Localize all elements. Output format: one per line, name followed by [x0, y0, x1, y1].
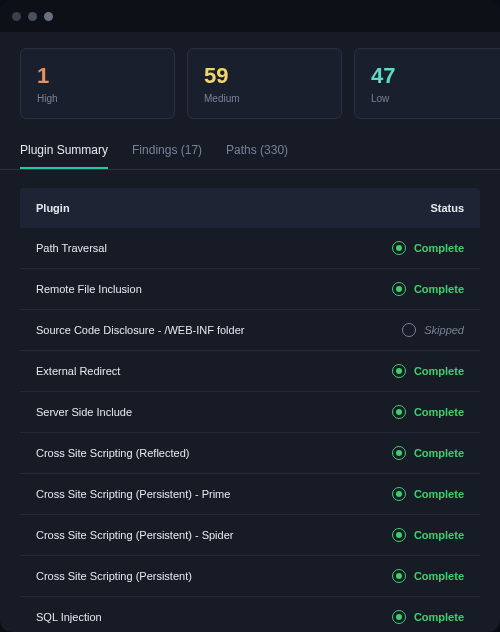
status-label-complete: Complete — [414, 365, 464, 377]
table-row[interactable]: Cross Site Scripting (Persistent)Complet… — [20, 556, 480, 597]
summary-count: 47 — [371, 63, 492, 89]
status-complete-icon — [392, 282, 406, 296]
column-header-status: Status — [430, 202, 464, 214]
status-label-complete: Complete — [414, 447, 464, 459]
status-cell: Complete — [392, 487, 464, 501]
plugin-name: SQL Injection — [36, 611, 102, 623]
status-label-complete: Complete — [414, 406, 464, 418]
table-row[interactable]: Cross Site Scripting (Persistent) - Spid… — [20, 515, 480, 556]
summary-label: High — [37, 93, 158, 104]
status-label-complete: Complete — [414, 529, 464, 541]
status-cell: Skipped — [402, 323, 464, 337]
column-header-plugin: Plugin — [36, 202, 70, 214]
table-row[interactable]: Remote File InclusionComplete — [20, 269, 480, 310]
status-label-complete: Complete — [414, 611, 464, 623]
table-row[interactable]: SQL InjectionComplete — [20, 597, 480, 632]
status-label-complete: Complete — [414, 488, 464, 500]
status-cell: Complete — [392, 528, 464, 542]
plugin-name: Server Side Include — [36, 406, 132, 418]
tab-findings[interactable]: Findings (17) — [132, 143, 202, 169]
status-cell: Complete — [392, 364, 464, 378]
status-complete-icon — [392, 487, 406, 501]
status-cell: Complete — [392, 569, 464, 583]
table-row[interactable]: Cross Site Scripting (Reflected)Complete — [20, 433, 480, 474]
table-header-row: Plugin Status — [20, 188, 480, 228]
status-skipped-icon — [402, 323, 416, 337]
status-cell: Complete — [392, 405, 464, 419]
status-label-complete: Complete — [414, 283, 464, 295]
window-titlebar — [0, 0, 500, 32]
tab-plugin-summary[interactable]: Plugin Summary — [20, 143, 108, 169]
plugin-name: External Redirect — [36, 365, 120, 377]
status-cell: Complete — [392, 610, 464, 624]
window-control-minimize[interactable] — [28, 12, 37, 21]
summary-card-low[interactable]: 47 Low — [354, 48, 500, 119]
summary-card-medium[interactable]: 59 Medium — [187, 48, 342, 119]
summary-count: 1 — [37, 63, 158, 89]
plugin-name: Path Traversal — [36, 242, 107, 254]
severity-summary-row: 1 High 59 Medium 47 Low — [0, 32, 500, 119]
window-control-maximize[interactable] — [44, 12, 53, 21]
plugin-name: Cross Site Scripting (Reflected) — [36, 447, 189, 459]
table-row[interactable]: Server Side IncludeComplete — [20, 392, 480, 433]
summary-label: Low — [371, 93, 492, 104]
status-cell: Complete — [392, 241, 464, 255]
plugin-name: Cross Site Scripting (Persistent) - Prim… — [36, 488, 230, 500]
summary-count: 59 — [204, 63, 325, 89]
status-complete-icon — [392, 364, 406, 378]
plugin-table: Plugin Status Path TraversalCompleteRemo… — [0, 170, 500, 632]
status-complete-icon — [392, 569, 406, 583]
window-control-close[interactable] — [12, 12, 21, 21]
table-row[interactable]: External RedirectComplete — [20, 351, 480, 392]
table-row[interactable]: Source Code Disclosure - /WEB-INF folder… — [20, 310, 480, 351]
status-complete-icon — [392, 528, 406, 542]
summary-card-high[interactable]: 1 High — [20, 48, 175, 119]
plugin-name: Cross Site Scripting (Persistent) — [36, 570, 192, 582]
status-complete-icon — [392, 610, 406, 624]
tab-paths[interactable]: Paths (330) — [226, 143, 288, 169]
plugin-name: Cross Site Scripting (Persistent) - Spid… — [36, 529, 233, 541]
table-row[interactable]: Cross Site Scripting (Persistent) - Prim… — [20, 474, 480, 515]
plugin-name: Source Code Disclosure - /WEB-INF folder — [36, 324, 244, 336]
table-row[interactable]: Path TraversalComplete — [20, 228, 480, 269]
plugin-name: Remote File Inclusion — [36, 283, 142, 295]
status-cell: Complete — [392, 282, 464, 296]
status-complete-icon — [392, 241, 406, 255]
status-cell: Complete — [392, 446, 464, 460]
status-label-complete: Complete — [414, 570, 464, 582]
tab-bar: Plugin Summary Findings (17) Paths (330) — [0, 119, 500, 170]
summary-label: Medium — [204, 93, 325, 104]
status-complete-icon — [392, 405, 406, 419]
status-label-skipped: Skipped — [424, 324, 464, 336]
app-window: 1 High 59 Medium 47 Low Plugin Summary F… — [0, 0, 500, 632]
status-complete-icon — [392, 446, 406, 460]
status-label-complete: Complete — [414, 242, 464, 254]
